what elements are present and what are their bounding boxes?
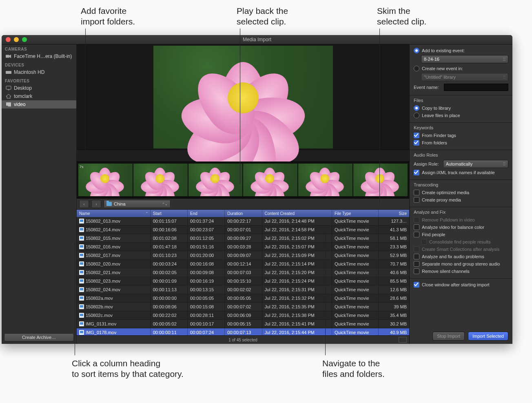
radio-leave-in-place[interactable]: Leave files in place [414,112,508,119]
column-name[interactable]: Name˄ [77,210,151,217]
column-duration[interactable]: Duration [225,210,262,217]
chevron-updown-icon: ⌃⌄ [162,202,168,206]
event-name-input[interactable] [444,84,508,91]
table-row[interactable]: 150802_016.mov 00:01:47:18 00:01:51:16 0… [77,243,409,251]
nav-forward-button[interactable]: › [91,200,101,208]
movie-file-icon [79,304,84,309]
filmstrip-thumb[interactable] [243,164,297,196]
radio-copy-library[interactable]: Copy to library [414,104,508,112]
radio-create-new[interactable]: Create new event in: [414,65,508,72]
check-balance-color[interactable]: Analyze video for balance color [414,224,508,231]
filmstrip[interactable]: /*thumbnails generated below via JS clon… [77,162,409,198]
sidebar-item-label: video [14,102,26,107]
cell-name: 150802_023.mov [86,279,120,283]
cell-file-type: QuickTime movie [332,277,379,285]
check-close-after[interactable]: Close window after starting import [414,281,508,288]
check-label: From Finder tags [422,133,456,138]
nav-back-button[interactable]: ‹ [79,200,89,208]
column-start[interactable]: Start [151,210,188,217]
sidebar-item-label: Desktop [14,85,32,91]
radio-label: Leave files in place [422,113,460,118]
filmstrip-thumb[interactable] [353,164,408,196]
cell-file-type: QuickTime movie [332,303,379,311]
cell-end: 00:00:07:24 [188,328,225,335]
cell-content-created: Jul 22, 2016, 2:15:20 PM [262,268,332,277]
table-row[interactable]: 150802b.mov 00:00:08:06 00:00:15:08 00:0… [77,303,409,311]
check-finder-tags[interactable]: From Finder tags [414,132,508,139]
create-archive-button[interactable]: Create Archive… [4,333,74,341]
check-remove-silent[interactable]: Remove silent channels [414,268,508,275]
table-row[interactable]: 150802_023.mov 00:00:01:09 00:00:16:19 0… [77,277,409,286]
movie-file-icon [79,321,84,326]
check-from-folders[interactable]: From folders [414,139,508,146]
sidebar-item-label: Macintosh HD [14,69,44,75]
table-body[interactable]: 150802_013.mov 00:01:15:07 00:01:37:24 0… [77,217,409,335]
import-selected-button[interactable]: Import Selected [468,332,508,341]
check-optimized[interactable]: Create optimized media [414,189,508,196]
checkbox-icon [414,140,419,146]
minimize-icon[interactable] [14,37,19,42]
checkbox-icon [414,190,419,195]
callout-navigate: Navigate to thefiles and folders. [322,358,385,380]
check-ixml[interactable]: Assign iXML track names if available [414,169,508,176]
existing-event-select[interactable]: 8-24-16 [421,55,508,63]
close-icon[interactable] [6,37,11,42]
home-icon [6,94,11,99]
table-row[interactable]: 150802_020.mov 00:00:03:24 00:00:16:08 0… [77,260,409,268]
filmstrip-thumb[interactable] [298,164,352,196]
filmstrip-thumb[interactable] [188,164,243,196]
column-end[interactable]: End [188,210,225,217]
cell-content-created: Jul 22, 2016, 2:15:02 PM [262,234,332,242]
titlebar[interactable]: Media Import [2,35,512,44]
cell-end: 00:00:16:08 [188,260,225,268]
sidebar-item-home[interactable]: tomclark [2,92,76,100]
table-row[interactable]: 150802_024.mov 00:00:11:13 00:00:13:15 0… [77,286,409,294]
cell-content-created: Jul 22, 2016, 2:15:32 PM [262,294,332,302]
check-proxy[interactable]: Create proxy media [414,196,508,204]
table-row[interactable]: 150802_017.mov 00:01:10:23 00:01:20:00 0… [77,251,409,260]
filmstrip-thumb[interactable]: 7s [78,164,133,196]
movie-file-icon [79,219,84,224]
table-row[interactable]: 150802a.mov 00:00:00:00 00:00:05:05 00:0… [77,294,409,303]
event-name-row: Event name: [414,83,508,92]
cell-file-type: QuickTime movie [332,311,379,319]
cell-name: 150802_017.mov [86,253,120,258]
zoom-icon[interactable] [22,37,27,42]
cell-file-type: QuickTime movie [332,243,379,251]
table-row[interactable]: 150802_021.mov 00:00:02:05 00:00:09:08 0… [77,268,409,277]
assign-role-select[interactable]: Automatically [443,160,508,168]
cell-size: 12.6 MB [379,286,409,294]
check-separate-mono[interactable]: Separate mono and group stereo audio [414,260,508,268]
view-toggle[interactable] [399,337,407,343]
sidebar-item-video[interactable]: video [2,100,76,108]
sidebar-item-device[interactable]: Macintosh HD [2,68,76,76]
movie-file-icon [79,270,84,275]
check-audio-problems[interactable]: Analyze and fix audio problems [414,253,508,260]
table-row[interactable]: IMG_0131.mov 00:00:05:02 00:00:10:17 00:… [77,320,409,328]
cell-end: 00:01:51:16 [188,243,225,251]
sidebar-item-desktop[interactable]: Desktop [2,84,76,92]
check-find-people[interactable]: Find people [414,231,508,238]
movie-file-icon [79,296,84,301]
stop-import-button[interactable]: Stop Import [432,332,465,341]
cell-file-type: QuickTime movie [332,320,379,328]
column-file-type[interactable]: File Type [332,210,379,217]
table-row[interactable]: 150802_013.mov 00:01:15:07 00:01:37:24 0… [77,217,409,226]
table-row[interactable]: 150802c.mov 00:00:22:02 00:00:28:11 00:0… [77,311,409,320]
viewer[interactable] [77,44,409,150]
filmstrip-thumb[interactable] [133,164,188,196]
column-size[interactable]: Size [379,210,409,217]
sidebar-item-camera[interactable]: FaceTime H…era (Built-in) [2,52,76,60]
path-popup[interactable]: China ⌃⌄ [104,200,171,208]
table-row[interactable]: 150802_015.mov 00:01:02:08 00:01:12:05 0… [77,234,409,243]
cell-start: 00:00:08:06 [151,303,188,311]
camera-icon [6,54,11,59]
callout-import-folders: Add favoriteimport folders. [81,6,135,27]
column-content-created[interactable]: Content Created [262,210,332,217]
cell-content-created: Jul 22, 2016, 2:15:24 PM [262,277,332,285]
table-row[interactable]: 150802_014.mov 00:00:16:06 00:00:23:07 0… [77,226,409,234]
cell-duration: 00:00:05:05 [225,294,262,302]
radio-add-existing[interactable]: Add to existing event: [414,47,508,54]
cell-size: 23.3 MB [379,243,409,251]
table-row[interactable]: IMG_0178.mov 00:00:00:11 00:00:07:24 00:… [77,328,409,335]
